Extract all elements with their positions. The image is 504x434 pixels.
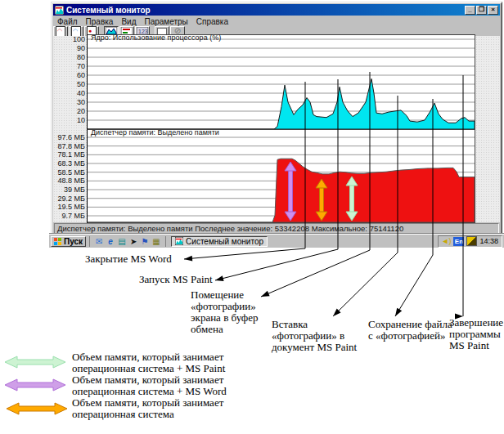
y-tick-label: 90 [77,44,85,52]
window-title: Системный монитор [66,6,464,15]
cpu-chart-plot [87,34,475,130]
y-tick-label: 39 МБ [64,186,85,194]
memory-y-axis-ticks: 97.6 МБ87.8 МБ78.1 МБ68.3 МБ58.5 МБ48.8 … [53,129,85,221]
taskbar: Пуск ✉ e ▤ ➤ ⚑ ▦ Системный монитор ◄) En… [49,234,504,248]
y-tick-label: 19.5 МБ [58,203,85,211]
cpu-y-axis-ticks: 100908070605040302010 [58,34,85,128]
y-tick-label: 80 [77,53,85,61]
y-tick-label: 58.5 МБ [58,168,85,177]
start-button[interactable]: Пуск [51,236,86,247]
windows-logo-icon [54,238,61,245]
y-tick-label: 100 [73,35,85,43]
y-tick-label: 48.8 МБ [58,177,85,185]
legend-label-os-word: Объем памяти, который занимает операцион… [72,374,268,397]
clock: 14:38 [479,237,498,245]
event-annotation-2: Запуск MS Paint [139,274,245,285]
programs-grid-icon[interactable]: ▦ [151,236,162,247]
event-annotation-5: Сохранение файла с «фотографией» [368,319,453,342]
cpu-chart-title: Ядро: Использование процессора (%) [91,34,221,42]
internet-explorer-icon[interactable]: e [105,236,116,247]
status-bar: Диспетчер памяти: Выделено памяти Послед… [54,223,499,234]
cpu-chart-svg [88,35,475,129]
y-tick-label: 87.8 МБ [58,142,85,150]
show-desktop-icon[interactable]: ▤ [116,236,128,247]
menubar: Файл Правка Вид Параметры Справка [53,16,500,26]
event-annotation-3: Помещение «фотографии» экрана в буфер об… [191,289,269,335]
system-monitor-task-icon [175,237,183,245]
system-tray: ◄) En 14:38 [438,235,502,248]
y-tick-label: 50 [77,80,85,88]
y-tick-label: 68.3 МБ [58,159,85,168]
menu-file[interactable]: Файл [53,17,82,26]
task-button-label: Системный монитор [186,237,263,246]
event-annotation-1: Закрытие MS Word [85,253,191,265]
quick-launch-bar: ✉ e ▤ ➤ ⚑ ▦ [89,236,166,247]
y-tick-label: 40 [77,89,85,97]
memory-chart-svg [88,130,475,222]
y-tick-label: 70 [77,62,85,70]
y-tick-label: 78.1 МБ [58,150,85,159]
y-tick-label: 30 [77,98,85,106]
menu-view[interactable]: Вид [117,17,140,26]
task-button-system-monitor[interactable]: Системный монитор [171,236,268,247]
minimize-button[interactable]: _ [465,6,475,15]
y-tick-label: 97.6 МБ [58,133,85,141]
legend-label-os: Объем памяти, который занимает операцион… [72,397,268,420]
y-tick-label: 60 [77,71,85,79]
menu-edit[interactable]: Правка [82,17,118,26]
event-annotation-6: Завершение программы MS Paint [449,317,504,351]
legend-label-os-paint: Объем памяти, который занимает операцион… [72,351,268,374]
volume-icon[interactable]: ◄) [442,237,452,246]
memory-chart-title: Диспетчер памяти: Выделено памяти [91,128,219,136]
y-tick-label: 29.2 МБ [58,195,85,203]
system-monitor-app-icon [55,6,64,15]
menu-options[interactable]: Параметры [140,17,191,26]
display-icon[interactable] [466,236,477,246]
start-label: Пуск [64,237,83,246]
y-tick-label: 9.7 МБ [62,212,85,220]
event-annotation-4: Вставка «фотографии» в документ MS Paint [272,319,367,353]
page: Системный монитор _ ❐ × Файл Правка Вид … [0,0,504,434]
y-tick-label: 20 [77,107,85,115]
close-button[interactable]: × [488,6,498,15]
chart-client-area: 100908070605040302010 Ядро: Использовани… [53,36,500,222]
outlook-express-icon[interactable]: ✉ [93,236,105,247]
maximize-button[interactable]: ❐ [476,6,487,15]
channels-icon[interactable]: ⚑ [139,236,151,247]
pointer-icon[interactable]: ➤ [128,236,139,247]
system-monitor-window: Системный монитор _ ❐ × Файл Правка Вид … [51,2,502,235]
menu-help[interactable]: Справка [192,17,232,26]
keyboard-layout-badge[interactable]: En [453,237,464,246]
y-tick-label: 10 [77,116,85,124]
memory-chart-plot [87,129,475,223]
titlebar[interactable]: Системный монитор _ ❐ × [53,4,500,16]
